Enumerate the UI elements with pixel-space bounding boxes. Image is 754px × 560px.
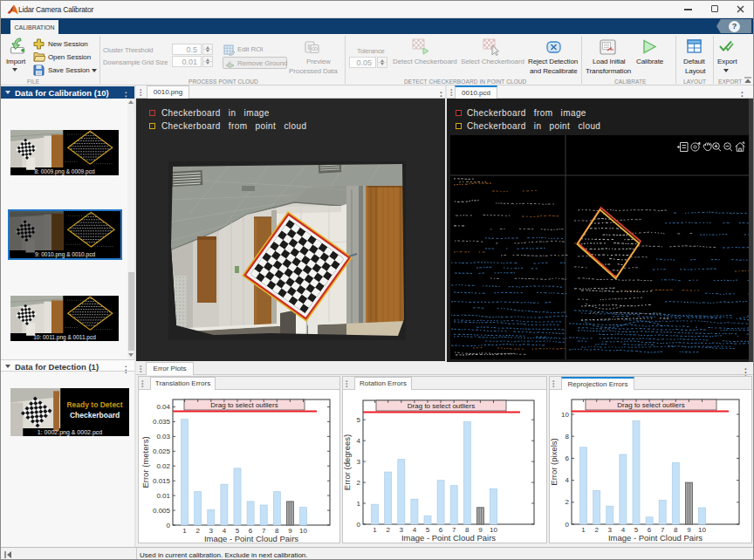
svg-text:Ready to Detect: Ready to Detect xyxy=(66,400,122,409)
svg-text:8: 0009.png & 0009.pcd: 8: 0009.png & 0009.pcd xyxy=(34,168,94,175)
svg-text:Drag to select outliers: Drag to select outliers xyxy=(408,402,475,410)
svg-text:Error (meters): Error (meters) xyxy=(141,436,150,488)
svg-text:2: 2 xyxy=(386,526,390,534)
svg-text:Image - Point Cloud Pairs: Image - Point Cloud Pairs xyxy=(608,533,703,543)
svg-text:0: 0 xyxy=(566,521,570,529)
svg-text:Error (degrees): Error (degrees) xyxy=(343,434,352,490)
svg-text:0.025: 0.025 xyxy=(153,447,171,455)
svg-text:Drag to select outliers: Drag to select outliers xyxy=(210,401,278,409)
svg-text:0.015: 0.015 xyxy=(153,477,171,485)
svg-text:Image - Point Cloud Pairs: Image - Point Cloud Pairs xyxy=(401,533,496,543)
svg-text:0.04: 0.04 xyxy=(156,403,170,411)
svg-text:6: 6 xyxy=(566,454,570,462)
svg-text:3: 3 xyxy=(357,458,361,466)
svg-text:Checkerboard: Checkerboard xyxy=(70,411,120,420)
svg-text:1: 1 xyxy=(581,526,586,534)
svg-text:Drag to select outliers: Drag to select outliers xyxy=(617,401,684,409)
svg-text:10: 10 xyxy=(299,527,307,535)
svg-text:Error (pixels): Error (pixels) xyxy=(550,438,559,485)
svg-text:4: 4 xyxy=(357,437,361,445)
svg-text:2: 2 xyxy=(594,526,599,534)
svg-text:1: 0002.png & 0002.pcd: 1: 0002.png & 0002.pcd xyxy=(38,429,102,436)
svg-text:5: 5 xyxy=(357,416,361,424)
svg-text:0.005: 0.005 xyxy=(153,507,171,515)
svg-text:0.02: 0.02 xyxy=(156,462,170,470)
svg-text:10: 10 xyxy=(561,411,569,419)
svg-text:0: 0 xyxy=(357,521,361,529)
svg-text:1: 1 xyxy=(373,526,377,534)
svg-text:0.01: 0.01 xyxy=(156,492,170,500)
svg-text:1: 1 xyxy=(357,500,361,508)
svg-text:0.035: 0.035 xyxy=(153,418,171,426)
svg-text:9: 0010.png & 0010.pcd: 9: 0010.png & 0010.pcd xyxy=(35,251,95,258)
svg-text:1: 1 xyxy=(182,527,187,535)
svg-text:2: 2 xyxy=(357,479,361,487)
svg-text:2: 2 xyxy=(195,527,200,535)
svg-text:0: 0 xyxy=(167,522,171,529)
svg-text:0.03: 0.03 xyxy=(156,433,170,440)
svg-text:10: 0011.png & 0011.pcd: 10: 0011.png & 0011.pcd xyxy=(33,334,96,341)
svg-text:Image - Point Cloud Pairs: Image - Point Cloud Pairs xyxy=(204,534,298,543)
svg-text:2: 2 xyxy=(566,498,570,506)
svg-text:4: 4 xyxy=(566,476,570,484)
svg-text:8: 8 xyxy=(566,433,570,440)
